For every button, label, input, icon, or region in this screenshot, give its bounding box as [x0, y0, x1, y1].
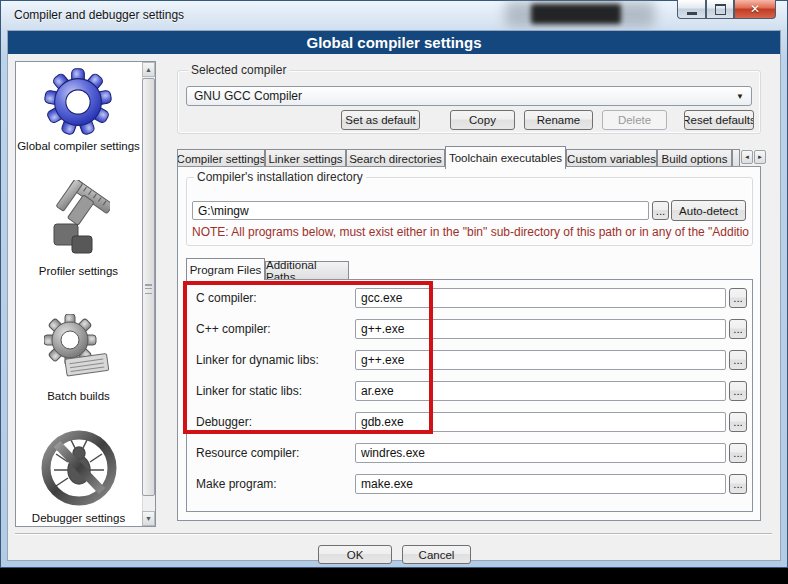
sidebar-item-debugger[interactable] — [40, 424, 118, 512]
scrollbar-thumb[interactable] — [142, 78, 155, 496]
page-title: Global compiler settings — [8, 31, 780, 54]
sidebar-item-label[interactable]: Profiler settings — [15, 265, 142, 277]
linker-dynamic-input[interactable] — [355, 350, 726, 370]
scroll-up-icon[interactable]: ▲ — [142, 62, 155, 77]
resource-compiler-label: Resource compiler: — [196, 446, 299, 460]
no-bug-icon — [40, 424, 118, 512]
ok-button[interactable]: OK — [318, 545, 392, 564]
gear-blue-icon — [42, 66, 114, 138]
compiler-select[interactable]: GNU GCC Compiler ▼ — [186, 86, 752, 106]
selected-compiler-label: Selected compiler — [188, 63, 289, 77]
debugger-browse-button[interactable]: ... — [729, 412, 747, 432]
make-program-input[interactable] — [355, 474, 726, 494]
tab-toolchain-executables[interactable]: Toolchain executables — [445, 146, 566, 169]
cpp-compiler-label: C++ compiler: — [196, 322, 271, 336]
install-dir-browse-button[interactable]: ... — [652, 201, 669, 220]
debugger-input[interactable] — [355, 412, 726, 432]
linker-static-label: Linker for static libs: — [196, 384, 302, 398]
sidebar-item-batch-builds[interactable] — [44, 314, 114, 384]
compiler-select-value: GNU GCC Compiler — [194, 89, 302, 103]
c-compiler-label: C compiler: — [196, 291, 257, 305]
close-icon: ✕ — [750, 2, 760, 16]
scroll-down-icon[interactable]: ▼ — [142, 511, 155, 526]
delete-button: Delete — [602, 110, 667, 130]
copy-button[interactable]: Copy — [450, 110, 515, 130]
footer-divider — [15, 533, 772, 535]
cpp-compiler-browse-button[interactable]: ... — [729, 319, 747, 339]
linker-static-browse-button[interactable]: ... — [729, 381, 747, 401]
linker-dynamic-label: Linker for dynamic libs: — [196, 353, 319, 367]
sidebar-item-global-compiler[interactable] — [42, 66, 114, 138]
tab-scroll-right-icon[interactable]: ► — [754, 150, 766, 164]
subtab-program-files[interactable]: Program Files — [186, 258, 265, 280]
make-program-browse-button[interactable]: ... — [729, 474, 747, 494]
minimize-button[interactable] — [677, 0, 706, 19]
resource-compiler-input[interactable] — [355, 443, 726, 463]
sidebar-item-label[interactable]: Batch builds — [15, 390, 142, 402]
subtab-additional-paths[interactable]: Additional Paths — [265, 261, 349, 280]
maximize-button[interactable] — [706, 0, 734, 19]
gear-batch-icon — [44, 314, 114, 384]
sidebar-item-label[interactable]: Global compiler settings — [15, 140, 142, 152]
cancel-button[interactable]: Cancel — [402, 545, 471, 564]
thumb-grip-icon — [145, 284, 152, 294]
caliper-icon — [48, 180, 110, 258]
resource-compiler-browse-button[interactable]: ... — [729, 443, 747, 463]
maximize-icon — [715, 4, 726, 15]
tab-scroll-left-icon[interactable]: ◄ — [741, 150, 753, 164]
linker-static-input[interactable] — [355, 381, 726, 401]
redacted-blur — [531, 4, 621, 24]
install-dir-note: NOTE: All programs below, must exist eit… — [192, 225, 749, 239]
close-button[interactable]: ✕ — [734, 0, 776, 19]
minimize-icon — [687, 12, 697, 15]
reset-defaults-button[interactable]: Reset defaults — [684, 110, 754, 130]
c-compiler-browse-button[interactable]: ... — [729, 288, 747, 308]
c-compiler-input[interactable] — [355, 288, 726, 308]
window-title: Compiler and debugger settings — [14, 8, 184, 22]
make-program-label: Make program: — [196, 477, 277, 491]
cpp-compiler-input[interactable] — [355, 319, 726, 339]
debugger-label: Debugger: — [196, 415, 252, 429]
linker-dynamic-browse-button[interactable]: ... — [729, 350, 747, 370]
chevron-down-icon: ▼ — [736, 92, 744, 101]
rename-button[interactable]: Rename — [524, 110, 593, 130]
sidebar-item-label[interactable]: Debugger settings — [15, 512, 142, 524]
set-as-default-button[interactable]: Set as default — [341, 110, 420, 130]
auto-detect-button[interactable]: Auto-detect — [671, 200, 746, 221]
sidebar-item-profiler[interactable] — [48, 180, 110, 258]
install-dir-label: Compiler's installation directory — [194, 170, 366, 184]
install-dir-input[interactable] — [192, 201, 649, 220]
